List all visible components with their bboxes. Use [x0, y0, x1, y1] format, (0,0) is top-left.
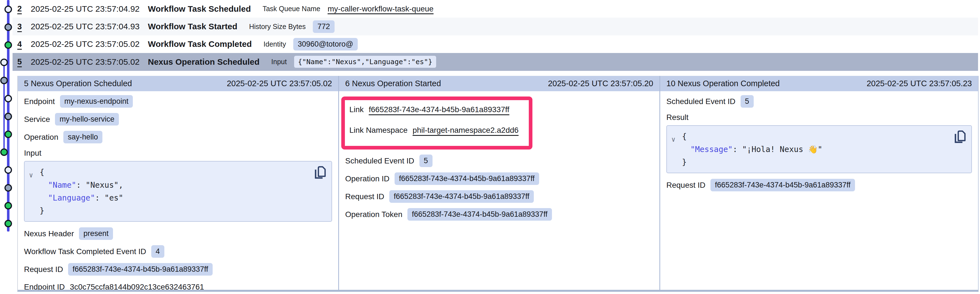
link-namespace-field: Link Namespace phil-target-namespace2.a2… — [349, 124, 522, 137]
timeline-dot-green — [5, 202, 12, 210]
field-label: Operation — [24, 133, 58, 142]
json-key: "Message" — [690, 145, 733, 154]
field-label: Workflow Task Completed Event ID — [24, 247, 146, 256]
timeline-dot-white — [5, 166, 12, 174]
wftc-event-id-badge: 4 — [151, 245, 164, 258]
request-id-badge: f665283f-743e-4374-b45b-9a61a89337ff — [710, 179, 855, 191]
workflow-history-view: 2 2025-02-25 UTC 23:57:04.92 Workflow Ta… — [0, 0, 980, 294]
operation-token-badge: f665283f-743e-4374-b45b-9a61a89337ff — [407, 208, 552, 221]
json-key: "Name" — [48, 181, 76, 190]
request-id-badge: f665283f-743e-4374-b45b-9a61a89337ff — [68, 263, 213, 276]
event-row-workflow-task-completed[interactable]: 4 2025-02-25 UTC 23:57:05.02 Workflow Ta… — [13, 35, 978, 53]
event-detail-panels: 5 Nexus Operation Scheduled 2025-02-25 U… — [17, 76, 978, 292]
field-label: Request ID — [345, 192, 384, 201]
panel-nexus-operation-started: 6 Nexus Operation Started 2025-02-25 UTC… — [338, 76, 659, 290]
link-value-link[interactable]: f665283f-743e-4374-b45b-9a61a89337ff — [369, 105, 509, 114]
timeline-dot-gray — [5, 24, 12, 31]
operation-id-field: Operation ID f665283f-743e-4374-b45b-9a6… — [345, 172, 653, 185]
field-label: Endpoint — [24, 97, 55, 106]
field-label: Scheduled Event ID — [667, 97, 735, 106]
event-id-link[interactable]: 3 — [17, 22, 31, 31]
field-label: Service — [24, 115, 50, 124]
json-value: : "Nexus", — [76, 181, 123, 190]
timeline-dot-white — [5, 6, 12, 13]
request-id-field: Request ID f665283f-743e-4374-b45b-9a61a… — [667, 179, 972, 191]
panel-body: Link f665283f-743e-4374-b45b-9a61a89337f… — [339, 91, 659, 221]
panel-body: Scheduled Event ID 5 Result ∨ { "Message… — [660, 91, 978, 191]
copy-icon[interactable] — [313, 165, 326, 180]
event-attr-label: Input — [271, 58, 287, 66]
event-attr-label: Task Queue Name — [262, 5, 320, 13]
event-id-link[interactable]: 5 — [17, 57, 31, 67]
request-id-badge: f665283f-743e-4374-b45b-9a61a89337ff — [389, 190, 534, 203]
event-attr-label: Identity — [263, 40, 286, 48]
event-row-workflow-task-scheduled[interactable]: 2 2025-02-25 UTC 23:57:04.92 Workflow Ta… — [13, 0, 978, 17]
nexus-header-badge: present — [79, 227, 113, 240]
link-namespace-link[interactable]: phil-target-namespace2.a2dd6 — [413, 126, 519, 135]
timeline-dot-white — [5, 95, 12, 102]
event-name: Nexus Operation Scheduled — [148, 57, 259, 67]
copy-icon[interactable] — [953, 130, 966, 144]
field-label: Link Namespace — [349, 126, 408, 135]
link-field: Link f665283f-743e-4374-b45b-9a61a89337f… — [349, 103, 522, 116]
field-label: Operation Token — [345, 210, 402, 219]
scheduled-event-id-badge: 5 — [741, 95, 754, 108]
panel-timestamp: 2025-02-25 UTC 23:57:05.02 — [227, 79, 332, 88]
history-size-badge: 772 — [313, 21, 334, 33]
event-timestamp: 2025-02-25 UTC 23:57:04.92 — [31, 4, 148, 14]
event-row-nexus-operation-scheduled[interactable]: 5 2025-02-25 UTC 23:57:05.02 Nexus Opera… — [13, 53, 978, 71]
json-value: : "es" — [95, 193, 123, 202]
json-brace: } — [40, 206, 45, 215]
panel-body: Endpoint my-nexus-endpoint Service my-he… — [18, 91, 338, 290]
event-timestamp: 2025-02-25 UTC 23:57:05.02 — [31, 39, 148, 49]
event-attr-label: History Size Bytes — [249, 22, 306, 31]
wftc-event-id-field: Workflow Task Completed Event ID 4 — [24, 245, 332, 258]
operation-token-field: Operation Token f665283f-743e-4374-b45b-… — [345, 208, 653, 221]
scheduled-event-id-field: Scheduled Event ID 5 — [667, 95, 972, 108]
panel-title: 5 Nexus Operation Scheduled — [24, 79, 132, 88]
operation-field: Operation say-hello — [24, 131, 332, 143]
json-value: : "¡Hola! Nexus 👋" — [733, 145, 822, 154]
json-brace: { — [40, 168, 45, 177]
endpoint-id-field: Endpoint ID 3c0c75ccfa8144b092c13ce63246… — [24, 281, 332, 290]
timeline-dot-green — [5, 220, 12, 227]
task-queue-link[interactable]: my-caller-workflow-task-queue — [328, 5, 434, 13]
panel-timestamp: 2025-02-25 UTC 23:57:05.20 — [548, 79, 653, 88]
service-field: Service my-hello-service — [24, 113, 332, 126]
timeline-branch-line — [3, 62, 5, 152]
scheduled-event-id-badge: 5 — [419, 154, 433, 167]
field-label: Request ID — [667, 181, 705, 190]
timeline-dot-green-branch — [0, 148, 8, 156]
collapse-chevron-icon[interactable]: ∨ — [29, 169, 33, 181]
timeline-dot-green — [5, 130, 12, 138]
event-name: Workflow Task Completed — [148, 39, 252, 49]
panel-nexus-operation-completed: 10 Nexus Operation Completed 2025-02-25 … — [659, 76, 978, 290]
endpoint-field: Endpoint my-nexus-endpoint — [24, 95, 332, 108]
request-id-field: Request ID f665283f-743e-4374-b45b-9a61a… — [345, 190, 653, 203]
json-brace: { — [682, 132, 687, 141]
event-timestamp: 2025-02-25 UTC 23:57:05.02 — [31, 57, 148, 67]
event-id-link[interactable]: 4 — [17, 40, 31, 49]
link-highlight-box: Link f665283f-743e-4374-b45b-9a61a89337f… — [341, 97, 532, 149]
timeline-dot-gray — [5, 113, 12, 120]
event-id-link[interactable]: 2 — [17, 4, 31, 13]
endpoint-badge: my-nexus-endpoint — [60, 95, 133, 108]
field-label: Link — [349, 105, 364, 114]
result-section-label: Result — [667, 113, 972, 122]
json-brace: } — [682, 157, 687, 167]
panel-header: 5 Nexus Operation Scheduled 2025-02-25 U… — [18, 76, 338, 91]
field-label: Scheduled Event ID — [345, 156, 414, 165]
panel-title: 6 Nexus Operation Started — [345, 79, 441, 88]
panel-timestamp: 2025-02-25 UTC 23:57:05.23 — [867, 79, 972, 88]
event-history-list: 2 2025-02-25 UTC 23:57:04.92 Workflow Ta… — [13, 0, 978, 71]
scheduled-event-id-field: Scheduled Event ID 5 — [345, 154, 653, 167]
panel-header: 10 Nexus Operation Completed 2025-02-25 … — [660, 76, 978, 91]
field-label: Endpoint ID — [24, 283, 65, 290]
event-row-workflow-task-started[interactable]: 3 2025-02-25 UTC 23:57:04.93 Workflow Ta… — [13, 17, 978, 35]
endpoint-id-link[interactable]: 3c0c75ccfa8144b092c13ce632463761 — [70, 283, 204, 290]
timeline-dot-gray-branch — [0, 77, 8, 84]
field-label: Operation ID — [345, 174, 390, 183]
event-name: Workflow Task Started — [148, 22, 237, 31]
collapse-chevron-icon[interactable]: ∨ — [671, 133, 675, 146]
json-key: "Language" — [48, 193, 95, 202]
